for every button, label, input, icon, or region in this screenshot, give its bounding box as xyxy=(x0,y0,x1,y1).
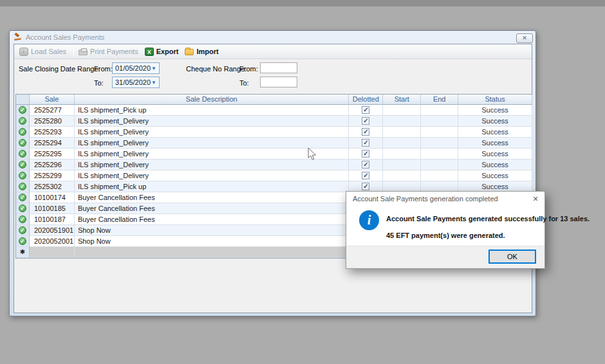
table-row[interactable]: ✓2525294ILS shipment_Delivery✓Success xyxy=(16,138,532,149)
row-header-cell[interactable]: ✓ xyxy=(16,203,30,214)
date-from-picker[interactable]: 01/05/2020 ▼ xyxy=(112,62,160,74)
sale-description-cell[interactable]: ILS shipment_Delivery xyxy=(75,116,349,127)
sale-description-cell[interactable]: ILS shipment_Pick up xyxy=(75,105,349,116)
row-header-cell[interactable]: ✓ xyxy=(16,225,30,236)
sale-number-cell[interactable]: 2020051901 xyxy=(30,225,75,236)
row-header-cell[interactable]: ✓ xyxy=(16,138,30,149)
row-header-cell[interactable]: ✓ xyxy=(16,127,30,138)
sale-number-cell[interactable]: 10100187 xyxy=(30,214,75,225)
sale-number-cell[interactable]: 2020052001 xyxy=(30,236,75,247)
sale-description-cell[interactable]: Buyer Cancellation Fees xyxy=(75,214,349,225)
success-check-icon: ✓ xyxy=(19,139,26,147)
delotted-cell[interactable]: ✓ xyxy=(349,116,383,127)
grid-header-sale-description[interactable]: Sale Description xyxy=(75,95,349,105)
row-header-cell[interactable]: ✓ xyxy=(16,105,30,116)
sale-description-cell[interactable]: ILS shipment_Delivery xyxy=(75,138,349,149)
table-row[interactable]: ✓2525295ILS shipment_Delivery✓Success xyxy=(16,149,532,159)
folder-import-icon xyxy=(185,49,194,55)
table-row[interactable]: ✓2525280ILS shipment_Delivery✓Success xyxy=(16,116,532,127)
grid-header-sale[interactable]: Sale xyxy=(30,95,75,105)
delotted-checkbox[interactable]: ✓ xyxy=(362,150,369,158)
dialog-close-icon[interactable]: ✕ xyxy=(530,194,541,204)
grid-header-start-cheque[interactable]: Start Cheque xyxy=(383,95,421,105)
delotted-checkbox[interactable]: ✓ xyxy=(362,128,369,136)
row-header-cell[interactable]: ✓ xyxy=(16,149,30,159)
sale-number-cell[interactable]: 2525294 xyxy=(30,138,75,149)
delotted-cell[interactable]: ✓ xyxy=(349,105,383,116)
grid-header-delotted[interactable]: Delotted xyxy=(349,95,383,105)
print-payments-button[interactable]: Print Payments xyxy=(77,45,143,58)
delotted-checkbox[interactable]: ✓ xyxy=(362,172,369,179)
delotted-checkbox[interactable]: ✓ xyxy=(362,117,369,125)
delotted-checkbox[interactable]: ✓ xyxy=(362,183,369,190)
cheque-from-input[interactable] xyxy=(260,62,297,73)
delotted-cell[interactable]: ✓ xyxy=(349,170,383,181)
row-header-cell[interactable]: ✓ xyxy=(16,214,30,225)
sale-description-cell[interactable]: ILS shipment_Delivery xyxy=(75,170,349,181)
sale-description-cell[interactable]: ILS shipment_Pick up xyxy=(75,181,349,192)
sale-number-cell[interactable]: 2525296 xyxy=(30,159,75,170)
sale-description-cell[interactable]: ILS shipment_Delivery xyxy=(75,127,349,138)
delotted-cell[interactable]: ✓ xyxy=(349,149,383,159)
delotted-checkbox[interactable]: ✓ xyxy=(362,139,369,147)
sale-number-cell[interactable]: 2525302 xyxy=(30,181,75,192)
start-cheque-cell[interactable] xyxy=(383,149,421,159)
row-header-cell[interactable]: ✓ xyxy=(16,159,30,170)
end-cheque-cell[interactable] xyxy=(421,138,458,149)
table-row[interactable]: ✓2525293ILS shipment_Delivery✓Success xyxy=(16,127,532,138)
end-cheque-cell[interactable] xyxy=(421,159,458,170)
delotted-cell[interactable]: ✓ xyxy=(349,159,383,170)
window-close-icon[interactable]: ✕ xyxy=(516,33,533,43)
sale-number-cell[interactable] xyxy=(30,247,75,258)
delotted-checkbox[interactable]: ✓ xyxy=(362,106,369,114)
grid-header-status[interactable]: Status xyxy=(458,95,532,105)
delotted-cell[interactable]: ✓ xyxy=(349,127,383,138)
table-row[interactable]: ✓2525277ILS shipment_Pick up✓Success xyxy=(16,105,532,116)
table-row[interactable]: ✓2525299ILS shipment_Delivery✓Success xyxy=(16,170,532,181)
cheque-to-input[interactable] xyxy=(260,77,297,87)
ok-button[interactable]: OK xyxy=(489,250,536,264)
start-cheque-cell[interactable] xyxy=(383,159,421,170)
sale-number-cell[interactable]: 10100185 xyxy=(30,203,75,214)
row-header-cell[interactable]: ✓ xyxy=(16,236,30,247)
start-cheque-cell[interactable] xyxy=(383,127,421,138)
date-to-picker[interactable]: 31/05/2020 ▼ xyxy=(112,77,160,88)
grid-header-end-cheque[interactable]: End Cheque xyxy=(421,95,458,105)
row-header-cell[interactable]: ✓ xyxy=(16,116,30,127)
sale-number-cell[interactable]: 2525280 xyxy=(30,116,75,127)
window-titlebar[interactable]: Account Sales Payments ✕ xyxy=(10,31,535,44)
sale-number-cell[interactable]: 2525277 xyxy=(30,105,75,116)
row-header-cell[interactable]: ✓ xyxy=(16,192,30,203)
start-cheque-cell[interactable] xyxy=(383,138,421,149)
date-to-value: 31/05/2020 xyxy=(115,78,151,86)
load-sales-label: Load Sales xyxy=(31,48,66,55)
success-check-icon: ✓ xyxy=(19,150,26,158)
end-cheque-cell[interactable] xyxy=(421,170,458,181)
sale-description-cell[interactable] xyxy=(75,247,349,258)
table-row[interactable]: ✓2525296ILS shipment_Delivery✓Success xyxy=(16,159,532,170)
row-header-cell[interactable]: ✓ xyxy=(16,181,30,192)
sale-description-cell[interactable]: Shop Now xyxy=(75,225,349,236)
sale-description-cell[interactable]: Buyer Cancellation Fees xyxy=(75,203,349,214)
gavel-icon xyxy=(14,33,23,42)
load-sales-button[interactable]: Load Sales xyxy=(17,45,71,58)
grid-header-rowselector[interactable] xyxy=(16,95,30,105)
start-cheque-cell[interactable] xyxy=(383,116,421,127)
sale-description-cell[interactable]: Buyer Cancellation Fees xyxy=(75,192,349,203)
export-button[interactable]: X Export xyxy=(143,45,183,58)
row-header-cell[interactable]: ✓ xyxy=(16,170,30,181)
sale-number-cell[interactable]: 10100174 xyxy=(30,192,75,203)
delotted-checkbox[interactable]: ✓ xyxy=(362,161,369,168)
end-cheque-cell[interactable] xyxy=(421,105,458,116)
start-cheque-cell[interactable] xyxy=(383,170,421,181)
end-cheque-cell[interactable] xyxy=(421,149,458,159)
sale-description-cell[interactable]: Shop Now xyxy=(75,236,349,247)
sale-number-cell[interactable]: 2525299 xyxy=(30,170,75,181)
import-button[interactable]: Import xyxy=(183,45,223,58)
sale-number-cell[interactable]: 2525295 xyxy=(30,149,75,159)
end-cheque-cell[interactable] xyxy=(421,116,458,127)
sale-number-cell[interactable]: 2525293 xyxy=(30,127,75,138)
start-cheque-cell[interactable] xyxy=(383,105,421,116)
end-cheque-cell[interactable] xyxy=(421,127,458,138)
delotted-cell[interactable]: ✓ xyxy=(349,138,383,149)
